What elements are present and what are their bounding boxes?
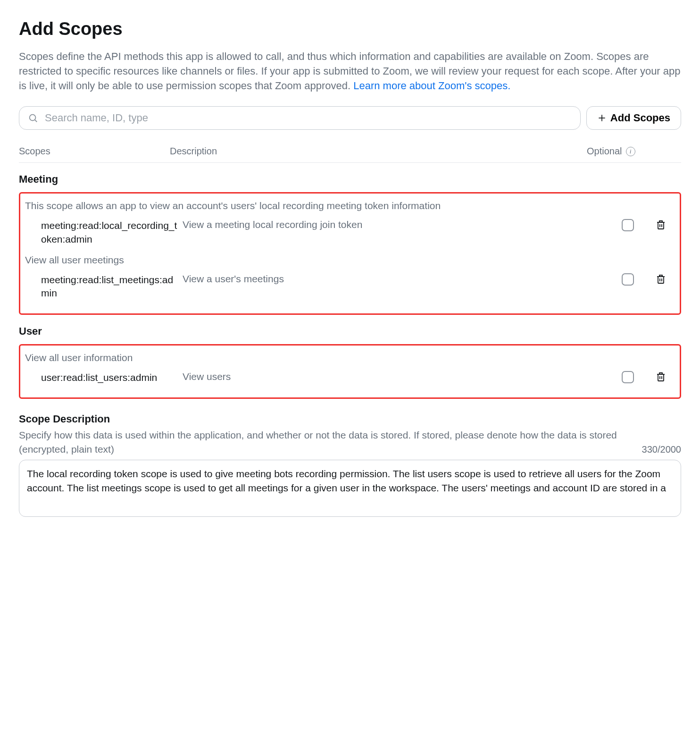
scope-desc: View a meeting local recording join toke… — [183, 219, 609, 230]
highlight-box-meeting: This scope allows an app to view an acco… — [19, 192, 681, 314]
group-desc: View all user meetings — [25, 254, 675, 266]
scope-description-textarea[interactable] — [19, 460, 681, 517]
scope-id: user:read:list_users:admin — [41, 371, 178, 384]
scope-row: user:read:list_users:admin View users — [25, 371, 675, 384]
category-label-user: User — [19, 325, 681, 337]
svg-point-0 — [30, 115, 36, 121]
scope-description-heading: Scope Description — [19, 413, 681, 425]
plus-icon — [597, 113, 607, 123]
scope-desc: View a user's meetings — [183, 273, 609, 285]
optional-checkbox[interactable] — [622, 219, 634, 231]
intro-text: Scopes define the API methods this app i… — [19, 50, 681, 93]
trash-icon — [655, 219, 667, 230]
optional-checkbox[interactable] — [622, 273, 634, 286]
add-scopes-button[interactable]: Add Scopes — [586, 106, 681, 130]
table-header-row: Scopes Description Optional i — [19, 141, 681, 163]
info-icon[interactable]: i — [626, 147, 635, 156]
trash-icon — [655, 371, 667, 382]
group-desc: This scope allows an app to view an acco… — [25, 200, 675, 211]
delete-button[interactable] — [655, 371, 667, 382]
category-label-meeting: Meeting — [19, 173, 681, 186]
page-title: Add Scopes — [19, 19, 681, 39]
trash-icon — [655, 273, 667, 285]
learn-more-link[interactable]: Learn more about Zoom's scopes. — [353, 80, 510, 92]
svg-line-1 — [35, 120, 37, 122]
col-header-description: Description — [170, 146, 587, 157]
intro-body: Scopes define the API methods this app i… — [19, 51, 681, 92]
col-header-scopes: Scopes — [19, 146, 170, 157]
scope-id: meeting:read:list_meetings:admin — [41, 273, 178, 300]
scope-id: meeting:read:local_recording_token:admin — [41, 219, 178, 246]
optional-checkbox[interactable] — [622, 371, 634, 383]
char-counter: 330/2000 — [642, 444, 681, 456]
scope-row: meeting:read:list_meetings:admin View a … — [25, 273, 675, 300]
col-header-optional: Optional — [587, 146, 622, 157]
delete-button[interactable] — [655, 273, 667, 285]
add-scopes-label: Add Scopes — [610, 112, 670, 124]
search-icon — [28, 113, 38, 123]
highlight-box-user: View all user information user:read:list… — [19, 344, 681, 399]
scope-row: meeting:read:local_recording_token:admin… — [25, 219, 675, 246]
search-container[interactable] — [19, 106, 581, 130]
scope-description-sub: Specify how this data is used within the… — [19, 428, 633, 456]
scope-desc: View users — [183, 371, 609, 382]
group-desc: View all user information — [25, 352, 675, 363]
delete-button[interactable] — [655, 219, 667, 230]
search-input[interactable] — [44, 111, 572, 125]
